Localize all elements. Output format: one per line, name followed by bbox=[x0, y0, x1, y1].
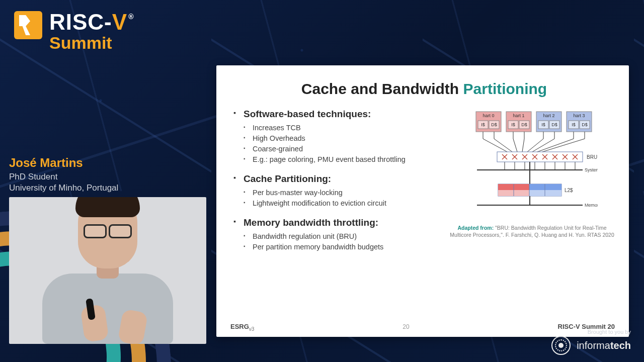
bru-diagram-svg: hart 0I$D$hart 1I$D$hart 2I$D$hart 3I$D$… bbox=[467, 109, 598, 219]
speaker-portrait bbox=[29, 209, 187, 344]
bru-diagram: hart 0I$D$hart 1I$D$hart 2I$D$hart 3I$D$… bbox=[467, 109, 598, 221]
slide-title-main: Cache and Bandwidth bbox=[301, 80, 463, 97]
svg-line-39 bbox=[542, 139, 585, 152]
svg-rect-68 bbox=[498, 184, 514, 190]
svg-rect-71 bbox=[545, 184, 561, 190]
diagram-hart: hart 1I$D$ bbox=[506, 112, 531, 152]
slide-section: Cache Partitioning:Per bus-master way-lo… bbox=[233, 173, 440, 207]
svg-rect-70 bbox=[529, 184, 545, 190]
svg-text:hart 2: hart 2 bbox=[543, 113, 554, 118]
bullet-item: Lightweight modification to eviction cir… bbox=[253, 199, 440, 207]
registered-mark: ® bbox=[128, 13, 134, 21]
slide-diagram-column: hart 0I$D$hart 1I$D$hart 2I$D$hart 3I$D$… bbox=[449, 109, 615, 261]
slide-section: Software-based techniques:Increases TCBH… bbox=[233, 109, 440, 163]
svg-line-19 bbox=[522, 139, 524, 152]
bullet-item: Per partition memory bandwidth budgets bbox=[253, 243, 440, 251]
bullet-item: E.g.: page coloring, PMU event based thr… bbox=[253, 155, 440, 163]
diagram-l2 bbox=[498, 184, 561, 196]
svg-rect-75 bbox=[545, 190, 561, 196]
section-list: Increases TCBHigh OverheadsCoarse-graine… bbox=[233, 124, 440, 163]
bullet-item: High Overheads bbox=[253, 134, 440, 142]
svg-text:D$: D$ bbox=[491, 122, 497, 127]
section-list: Bandwidth regulation unit (BRU)Per parti… bbox=[233, 232, 440, 251]
section-heading: Software-based techniques: bbox=[233, 109, 440, 120]
video-frame: RISC-V® Summit José Martins PhD Student … bbox=[0, 0, 644, 362]
svg-rect-73 bbox=[514, 190, 529, 196]
diagram-label-sysbus: System Bus bbox=[585, 167, 598, 172]
slide-footer: ESRGv3 20 RISC-V Summit 20 bbox=[230, 323, 615, 332]
riscv-mark-icon bbox=[14, 11, 42, 39]
presentation-slide: Cache and Bandwidth Partitioning Softwar… bbox=[216, 65, 629, 337]
slide-section: Memory bandwidth throttling:Bandwidth re… bbox=[233, 217, 440, 251]
svg-rect-72 bbox=[498, 190, 514, 196]
svg-text:hart 3: hart 3 bbox=[573, 113, 585, 118]
svg-rect-48 bbox=[497, 152, 583, 162]
diagram-label-l2: L2$ bbox=[565, 188, 573, 193]
svg-text:hart 0: hart 0 bbox=[482, 113, 494, 118]
section-heading: Cache Partitioning: bbox=[233, 173, 440, 185]
logo-text-risc: RISC- bbox=[49, 10, 112, 34]
speaker-lower-third: José Martins PhD Student University of M… bbox=[9, 156, 118, 193]
slide-body: Software-based techniques:Increases TCBH… bbox=[233, 109, 615, 261]
bullet-item: Per bus-master way-locking bbox=[253, 189, 440, 197]
sponsor-badge: Brought to you by informatech bbox=[551, 336, 631, 355]
speaker-name: José Martins bbox=[9, 156, 118, 170]
slide-bullets: Software-based techniques:Increases TCBH… bbox=[233, 109, 440, 261]
svg-rect-74 bbox=[529, 190, 545, 196]
event-logo-text: RISC-V® Summit bbox=[49, 11, 133, 51]
diagram-label-bru: BRU bbox=[587, 154, 597, 160]
slide-title-accent: Partitioning bbox=[463, 80, 547, 97]
speaker-affiliation: University of Minho, Portugal bbox=[9, 183, 118, 193]
slide-title: Cache and Bandwidth Partitioning bbox=[233, 80, 615, 98]
svg-text:I$: I$ bbox=[511, 122, 515, 127]
logo-text-v: V bbox=[112, 10, 127, 34]
speaker-role: PhD Student bbox=[9, 172, 118, 182]
event-logo-line1: RISC-V® bbox=[49, 11, 133, 33]
slide-page-number: 20 bbox=[403, 323, 409, 330]
speaker-webcam bbox=[9, 197, 206, 344]
svg-text:I$: I$ bbox=[572, 122, 576, 127]
section-heading: Memory bandwidth throttling: bbox=[233, 217, 440, 228]
sponsor-brand: informatech bbox=[577, 340, 631, 351]
slide-footer-left: ESRGv3 bbox=[230, 323, 254, 332]
svg-text:D$: D$ bbox=[582, 122, 588, 127]
svg-text:D$: D$ bbox=[551, 122, 557, 127]
bullet-item: Bandwidth regulation unit (BRU) bbox=[253, 232, 440, 240]
svg-text:hart 1: hart 1 bbox=[513, 113, 524, 118]
citation-label: Adapted from: bbox=[457, 225, 494, 231]
bullet-item: Coarse-grained bbox=[253, 145, 440, 153]
event-logo: RISC-V® Summit bbox=[14, 11, 133, 51]
informa-mark-icon bbox=[551, 336, 571, 355]
section-list: Per bus-master way-lockingLightweight mo… bbox=[233, 189, 440, 207]
diagram-label-membus: Memory Bus bbox=[585, 203, 598, 208]
sponsor-tagline: Brought to you by bbox=[588, 329, 631, 335]
svg-text:I$: I$ bbox=[481, 122, 485, 127]
event-logo-line2: Summit bbox=[49, 34, 133, 51]
diagram-hart: hart 2I$D$ bbox=[527, 112, 561, 152]
bullet-item: Increases TCB bbox=[253, 124, 440, 132]
svg-line-38 bbox=[537, 139, 574, 152]
svg-rect-69 bbox=[514, 184, 529, 190]
diagram-citation: Adapted from: "BRU: Bandwidth Regulation… bbox=[449, 224, 615, 238]
svg-text:I$: I$ bbox=[541, 122, 545, 127]
svg-text:D$: D$ bbox=[521, 122, 527, 127]
svg-line-18 bbox=[513, 139, 517, 152]
